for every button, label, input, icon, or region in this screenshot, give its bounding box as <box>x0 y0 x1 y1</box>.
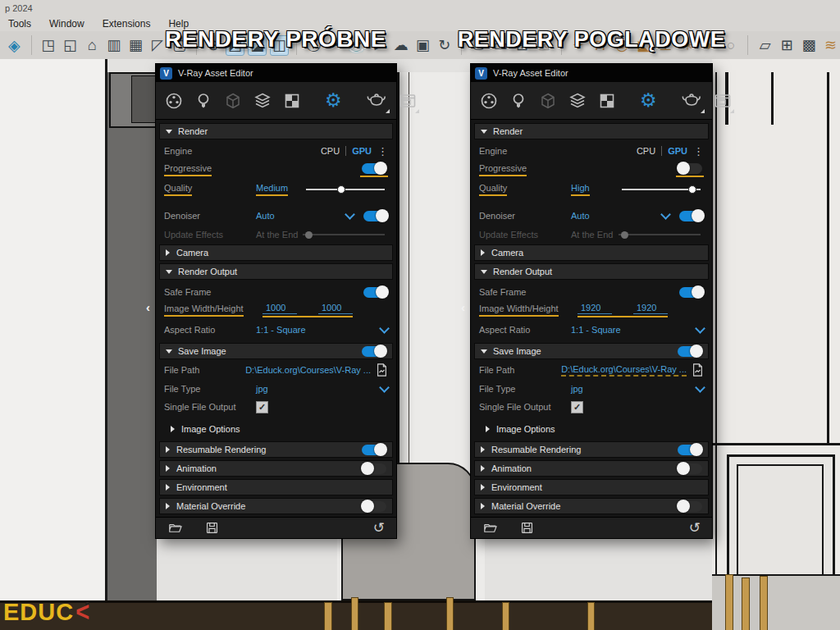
resumable-toggle[interactable] <box>678 445 702 455</box>
section-resumable-rendering[interactable]: Resumable Rendering <box>159 441 393 458</box>
file-type-value[interactable]: jpg <box>571 384 583 394</box>
panel-collapse-arrow[interactable]: ‹ <box>461 300 465 314</box>
single-file-output-checkbox[interactable]: ✓ <box>256 401 268 413</box>
section-camera[interactable]: Camera <box>474 244 709 261</box>
revert-icon[interactable]: ↺ <box>689 521 701 535</box>
chevron-down-icon[interactable] <box>695 323 705 334</box>
section-render[interactable]: Render <box>474 123 709 139</box>
animation-toggle[interactable] <box>362 463 386 474</box>
chevron-down-icon[interactable] <box>379 323 390 334</box>
image-options-row[interactable]: Image Options <box>156 421 396 437</box>
engine-menu-icon[interactable]: ⋮ <box>693 145 704 158</box>
section-environment[interactable]: Environment <box>474 479 709 495</box>
engine-gpu-option[interactable]: GPU <box>668 146 687 156</box>
view-front-icon[interactable]: ⌂ <box>83 35 102 56</box>
vray-proxy-add-icon[interactable]: ⊞ <box>778 35 797 56</box>
section-save-image[interactable]: Save Image <box>159 343 393 359</box>
view-top-icon[interactable]: ◱ <box>61 35 80 56</box>
quality-slider[interactable] <box>622 189 701 190</box>
section-animation[interactable]: Animation <box>159 460 393 477</box>
image-height-field[interactable]: 1920 <box>633 303 668 314</box>
section-camera[interactable]: Camera <box>159 244 393 261</box>
file-image-icon[interactable] <box>692 363 704 377</box>
save-file-icon[interactable] <box>519 520 535 536</box>
vray-infinite-plane-icon[interactable]: ▱ <box>756 35 774 56</box>
model-viewport[interactable]: EDUC< <box>0 59 840 630</box>
section-animation[interactable]: Animation <box>474 460 709 477</box>
section-material-override[interactable]: Material Override <box>159 498 393 514</box>
render-teapot-icon[interactable] <box>680 91 703 111</box>
menu-window[interactable]: Window <box>49 18 84 30</box>
denoiser-toggle[interactable] <box>679 211 704 221</box>
image-width-field[interactable]: 1920 <box>578 303 612 314</box>
view-back-icon[interactable]: ▦ <box>126 35 145 56</box>
section-render-output[interactable]: Render Output <box>474 263 709 280</box>
geometry-icon[interactable] <box>223 91 243 111</box>
file-type-value[interactable]: jpg <box>256 384 268 394</box>
textures-icon[interactable] <box>568 91 587 111</box>
quality-value[interactable]: High <box>571 183 590 196</box>
render-teapot-icon[interactable] <box>365 91 388 111</box>
vray-frame-image-icon[interactable]: ▣ <box>413 35 432 56</box>
vray-fur-icon[interactable]: ≋ <box>821 35 840 56</box>
revert-icon[interactable]: ↺ <box>373 521 385 535</box>
file-path-value[interactable]: D:\Educk.org\Courses\V-Ray ... <box>245 365 371 375</box>
frame-buffer-icon[interactable] <box>398 91 418 111</box>
aspect-ratio-value[interactable]: 1:1 - Square <box>256 325 306 335</box>
progressive-toggle[interactable] <box>362 163 386 174</box>
quality-value[interactable]: Medium <box>256 183 288 196</box>
lights-icon[interactable] <box>509 91 528 111</box>
save-file-icon[interactable] <box>204 520 220 536</box>
panel-titlebar[interactable]: V V-Ray Asset Editor <box>471 64 712 82</box>
engine-cpu-option[interactable]: CPU <box>321 146 340 156</box>
panel-titlebar[interactable]: V V-Ray Asset Editor <box>156 64 396 82</box>
settings-icon[interactable]: ⚙ <box>640 91 657 110</box>
frame-buffer-icon[interactable] <box>713 91 733 111</box>
progressive-toggle[interactable] <box>678 163 702 174</box>
section-render-output[interactable]: Render Output <box>159 263 393 280</box>
geometry-icon[interactable] <box>538 91 558 111</box>
sketchup-model-icon[interactable]: ◈ <box>5 35 24 56</box>
lights-icon[interactable] <box>194 91 213 111</box>
material-override-toggle[interactable] <box>678 501 702 512</box>
engine-menu-icon[interactable]: ⋮ <box>377 145 388 158</box>
denoiser-value[interactable]: Auto <box>256 211 275 221</box>
safe-frame-toggle[interactable] <box>679 287 704 298</box>
file-path-value[interactable]: D:\Educk.org\Courses\V-Ray ... <box>561 364 687 377</box>
image-height-field[interactable]: 1000 <box>318 303 353 314</box>
section-resumable-rendering[interactable]: Resumable Rendering <box>474 441 709 458</box>
animation-toggle[interactable] <box>678 463 702 474</box>
safe-frame-toggle[interactable] <box>363 287 388 298</box>
save-image-toggle[interactable] <box>678 346 702 357</box>
file-image-icon[interactable] <box>376 363 388 377</box>
render-elements-icon[interactable] <box>597 91 617 111</box>
material-override-toggle[interactable] <box>362 501 386 512</box>
single-file-output-checkbox[interactable]: ✓ <box>571 401 583 413</box>
engine-cpu-option[interactable]: CPU <box>637 146 655 156</box>
open-file-icon[interactable] <box>167 520 183 536</box>
section-save-image[interactable]: Save Image <box>474 343 709 359</box>
settings-icon[interactable]: ⚙ <box>325 91 342 110</box>
section-render[interactable]: Render <box>159 123 393 139</box>
view-iso-icon[interactable]: ◳ <box>39 35 58 56</box>
vray-proxy-export-icon[interactable]: ▩ <box>800 35 819 56</box>
menu-tools[interactable]: Tools <box>8 18 31 30</box>
chevron-down-icon[interactable] <box>379 382 390 393</box>
panel-collapse-arrow[interactable]: ‹ <box>146 300 150 314</box>
open-file-icon[interactable] <box>482 520 498 536</box>
materials-icon[interactable] <box>479 91 499 111</box>
chevron-down-icon[interactable] <box>695 382 705 393</box>
aspect-ratio-value[interactable]: 1:1 - Square <box>571 325 621 335</box>
engine-gpu-option[interactable]: GPU <box>352 146 372 156</box>
render-elements-icon[interactable] <box>282 91 302 111</box>
chevron-down-icon[interactable] <box>660 209 671 220</box>
denoiser-value[interactable]: Auto <box>571 211 590 221</box>
window-titlebar[interactable]: p 2024 <box>0 0 840 16</box>
resumable-toggle[interactable] <box>362 445 386 455</box>
menu-extensions[interactable]: Extensions <box>103 18 151 30</box>
section-material-override[interactable]: Material Override <box>474 498 709 514</box>
vray-update-icon[interactable]: ↻ <box>436 35 454 56</box>
section-environment[interactable]: Environment <box>159 479 393 495</box>
save-image-toggle[interactable] <box>362 346 386 357</box>
denoiser-toggle[interactable] <box>363 211 388 221</box>
